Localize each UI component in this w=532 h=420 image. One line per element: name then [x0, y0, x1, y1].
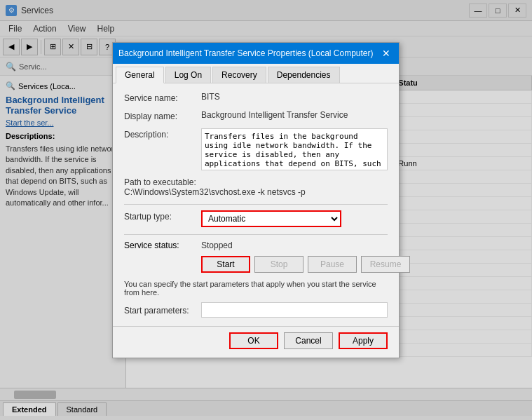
cancel-button[interactable]: Cancel	[284, 332, 333, 349]
apply-button[interactable]: Apply	[339, 332, 388, 349]
path-value: C:\Windows\System32\svchost.exe -k netsv…	[124, 187, 388, 197]
pause-button[interactable]: Pause	[308, 256, 357, 273]
service-status-label: Service status:	[124, 241, 201, 250]
start-button[interactable]: Start	[201, 256, 250, 273]
divider1	[124, 204, 388, 205]
display-name-value: Background Intelligent Transfer Service	[201, 110, 388, 120]
resume-button[interactable]: Resume	[361, 256, 410, 273]
service-name-value: BITS	[201, 92, 388, 102]
service-name-label: Service name:	[124, 92, 201, 103]
dialog-info-text: You can specify the start parameters tha…	[124, 280, 388, 297]
display-name-label: Display name:	[124, 110, 201, 121]
startup-type-row: Startup type: Automatic Manual Disabled	[124, 210, 388, 227]
service-status-row: Service status: Stopped	[124, 241, 388, 250]
divider2	[124, 234, 388, 235]
dialog-tab-recovery[interactable]: Recovery	[212, 67, 266, 83]
dialog-content: Service name: BITS Display name: Backgro…	[113, 83, 399, 326]
start-params-label: Start parameters:	[124, 304, 201, 316]
display-name-row: Display name: Background Intelligent Tra…	[124, 110, 388, 121]
service-name-row: Service name: BITS	[124, 92, 388, 103]
ok-button[interactable]: OK	[229, 332, 278, 349]
action-buttons: Start Stop Pause Resume	[201, 256, 388, 273]
description-textarea[interactable]	[201, 128, 388, 170]
startup-type-select[interactable]: Automatic Manual Disabled	[201, 210, 341, 227]
stop-button[interactable]: Stop	[254, 256, 303, 273]
start-params-row: Start parameters:	[124, 302, 388, 318]
dialog-footer-buttons: OK Cancel Apply	[113, 326, 399, 358]
dialog-close-button[interactable]: ✕	[379, 46, 393, 60]
startup-type-label: Startup type:	[124, 210, 201, 222]
description-row: Description:	[124, 128, 388, 170]
dialog-tab-general[interactable]: General	[116, 67, 164, 83]
dialog-tabs: General Log On Recovery Dependencies	[113, 64, 399, 83]
dialog-title: Background Intelligent Transfer Service …	[118, 48, 374, 58]
dialog-tab-dependencies[interactable]: Dependencies	[268, 67, 340, 83]
dialog-title-bar: Background Intelligent Transfer Service …	[113, 43, 399, 64]
service-status-value: Stopped	[201, 241, 233, 250]
start-params-input[interactable]	[201, 302, 388, 318]
dialog-tab-logon[interactable]: Log On	[165, 67, 211, 83]
description-label: Description:	[124, 128, 201, 140]
path-label: Path to executable:	[124, 177, 388, 187]
properties-dialog: Background Intelligent Transfer Service …	[112, 42, 400, 358]
path-section: Path to executable: C:\Windows\System32\…	[124, 177, 388, 197]
